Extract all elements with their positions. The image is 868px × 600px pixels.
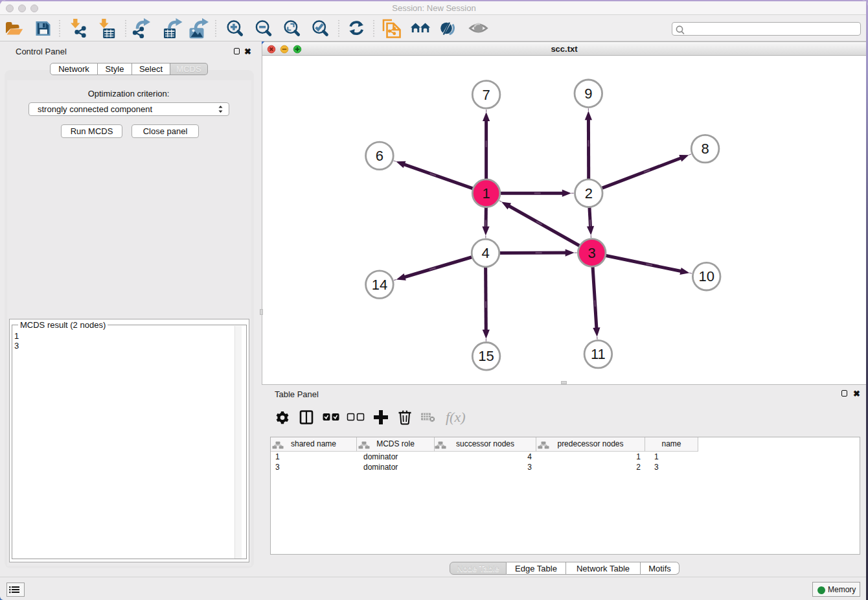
svg-text:6: 6 (376, 148, 383, 164)
svg-text:10: 10 (698, 268, 714, 284)
svg-text:11: 11 (591, 346, 606, 362)
svg-text:2: 2 (585, 185, 593, 202)
svg-text:f(x): f(x) (446, 409, 466, 425)
svg-text:7: 7 (482, 87, 490, 103)
svg-text:3: 3 (588, 245, 596, 261)
svg-text:4: 4 (481, 245, 489, 261)
svg-text:14: 14 (372, 277, 387, 293)
svg-text:9: 9 (584, 86, 592, 102)
svg-text:15: 15 (478, 348, 494, 364)
svg-text:1: 1 (482, 185, 490, 202)
svg-text:8: 8 (701, 141, 709, 157)
